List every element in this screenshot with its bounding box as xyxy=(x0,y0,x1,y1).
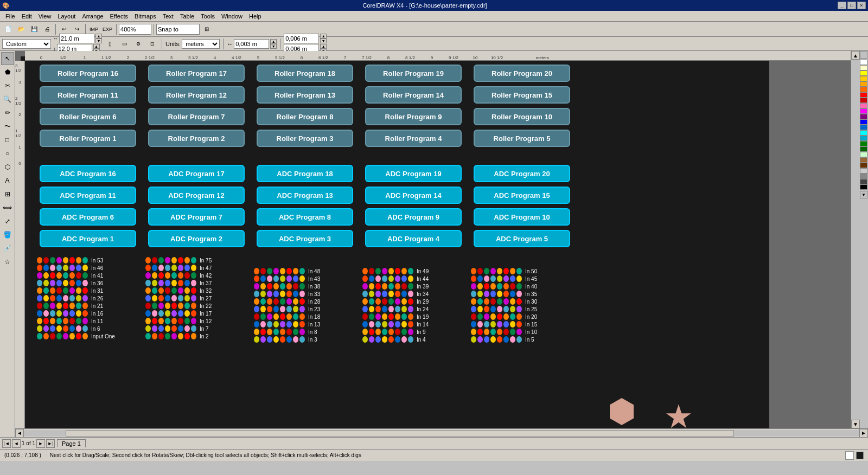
nudge3-up[interactable]: ▲ xyxy=(320,44,327,49)
new-button[interactable]: 📄 xyxy=(2,23,14,35)
export-btn[interactable]: EXP xyxy=(101,23,114,35)
adc-program-7[interactable]: ADC Program 7 xyxy=(148,208,245,226)
landscape-btn[interactable]: ▭ xyxy=(118,38,130,50)
page-1-tab[interactable]: Page 1 xyxy=(57,439,86,447)
color-green[interactable] xyxy=(860,141,867,146)
table-tool[interactable]: ⊞ xyxy=(1,188,14,201)
color-gold[interactable] xyxy=(860,76,867,81)
color-orange[interactable] xyxy=(860,81,867,87)
scroll-down-btn[interactable]: ▼ xyxy=(851,420,860,428)
next-page-btn[interactable]: ► xyxy=(36,439,45,448)
select-tool[interactable]: ↖ xyxy=(1,52,14,65)
adc-program-9[interactable]: ADC Program 9 xyxy=(365,208,462,226)
roller-program-9[interactable]: Roller Program 9 xyxy=(365,108,462,125)
height-up[interactable]: ▲ xyxy=(93,44,100,49)
close-button[interactable]: × xyxy=(857,2,866,9)
roller-program-8[interactable]: Roller Program 8 xyxy=(257,108,353,125)
width-input[interactable] xyxy=(59,34,94,43)
adc-program-13[interactable]: ADC Program 13 xyxy=(257,187,353,204)
color-teal[interactable] xyxy=(860,136,867,141)
color-brown[interactable] xyxy=(860,157,867,163)
connector-tool[interactable]: ⤢ xyxy=(1,215,14,228)
adc-program-5[interactable]: ADC Program 5 xyxy=(474,230,570,247)
roller-program-16[interactable]: Roller Program 16 xyxy=(40,65,136,82)
rect-tool[interactable]: □ xyxy=(1,133,14,146)
scroll-track[interactable] xyxy=(851,60,859,420)
snap-dropdown[interactable]: Snap to xyxy=(156,24,200,35)
color-cyan[interactable] xyxy=(860,130,867,136)
color-blue[interactable] xyxy=(860,119,867,125)
color-darkbrown[interactable] xyxy=(860,163,867,168)
menu-effects[interactable]: Effects xyxy=(107,12,131,21)
width-up[interactable]: ▲ xyxy=(95,34,102,38)
color-darkgray[interactable] xyxy=(860,179,867,184)
roller-program-17[interactable]: Roller Program 17 xyxy=(148,65,245,82)
h-scroll-track[interactable] xyxy=(24,430,859,437)
adc-program-12[interactable]: ADC Program 12 xyxy=(148,187,245,204)
adc-program-2[interactable]: ADC Program 2 xyxy=(148,230,245,247)
roller-program-20[interactable]: Roller Program 20 xyxy=(474,65,570,82)
crop-tool[interactable]: ✂ xyxy=(1,79,14,92)
snap-icon[interactable]: ⊞ xyxy=(201,23,213,35)
roller-program-6[interactable]: Roller Program 6 xyxy=(40,108,136,125)
no-color-swatch[interactable] xyxy=(860,51,867,59)
adc-program-16[interactable]: ADC Program 16 xyxy=(40,165,136,182)
fill-tool[interactable]: 🪣 xyxy=(1,228,14,241)
width-down[interactable]: ▼ xyxy=(95,38,102,43)
nudge-down[interactable]: ▼ xyxy=(270,44,277,49)
roller-program-1[interactable]: Roller Program 1 xyxy=(40,130,136,147)
menu-bitmaps[interactable]: Bitmaps xyxy=(131,12,159,21)
text-tool[interactable]: A xyxy=(1,174,14,187)
h-scroll-thumb[interactable] xyxy=(66,430,734,437)
color-purple[interactable] xyxy=(860,114,867,119)
roller-program-12[interactable]: Roller Program 12 xyxy=(148,86,245,104)
polygon-tool[interactable]: ⬡ xyxy=(1,161,14,174)
last-page-btn[interactable]: ►| xyxy=(46,439,55,448)
nudge2-input[interactable] xyxy=(284,34,319,43)
nudge2-up[interactable]: ▲ xyxy=(320,34,327,38)
color-darkorange[interactable] xyxy=(860,87,867,92)
adc-program-14[interactable]: ADC Program 14 xyxy=(365,187,462,204)
color-lightgreen[interactable] xyxy=(860,152,867,157)
page-size-dropdown[interactable]: Custom xyxy=(2,39,51,49)
menu-layout[interactable]: Layout xyxy=(54,12,79,21)
menu-edit[interactable]: Edit xyxy=(18,12,35,21)
print-button[interactable]: 🖨 xyxy=(41,23,53,35)
adc-program-19[interactable]: ADC Program 19 xyxy=(365,165,462,182)
scroll-right-btn[interactable]: ► xyxy=(859,429,868,438)
smart-draw-tool[interactable]: 〜 xyxy=(1,120,14,133)
color-white[interactable] xyxy=(860,60,867,65)
color-black[interactable] xyxy=(860,184,867,190)
bleed-btn[interactable]: ⊡ xyxy=(146,38,158,50)
color-darkred[interactable] xyxy=(860,98,867,103)
adc-program-20[interactable]: ADC Program 20 xyxy=(474,165,570,182)
color-lightyellow[interactable] xyxy=(860,65,867,70)
menu-tools[interactable]: Tools xyxy=(197,12,218,21)
shape-tool[interactable]: ⬟ xyxy=(1,66,14,79)
adc-program-10[interactable]: ADC Program 10 xyxy=(474,208,570,226)
ellipse-tool[interactable]: ○ xyxy=(1,147,14,160)
adc-program-18[interactable]: ADC Program 18 xyxy=(257,165,353,182)
adc-program-6[interactable]: ADC Program 6 xyxy=(40,208,136,226)
zoom-dropdown[interactable]: 400% xyxy=(119,24,151,35)
roller-program-13[interactable]: Roller Program 13 xyxy=(257,86,353,104)
menu-window[interactable]: Window xyxy=(218,12,246,21)
roller-program-10[interactable]: Roller Program 10 xyxy=(474,108,570,125)
freehand-tool[interactable]: ✏ xyxy=(1,106,14,119)
roller-program-2[interactable]: Roller Program 2 xyxy=(148,130,245,147)
page-settings-btn[interactable]: ⚙ xyxy=(132,38,144,50)
open-button[interactable]: 📂 xyxy=(15,23,27,35)
interactive-tool[interactable]: ☆ xyxy=(1,255,14,268)
save-button[interactable]: 💾 xyxy=(28,23,40,35)
adc-program-11[interactable]: ADC Program 11 xyxy=(40,187,136,204)
menu-table[interactable]: Table xyxy=(177,12,197,21)
menu-view[interactable]: View xyxy=(35,12,55,21)
nudge-up[interactable]: ▲ xyxy=(270,39,277,44)
nudge-input[interactable] xyxy=(234,39,269,49)
adc-program-4[interactable]: ADC Program 4 xyxy=(365,230,462,247)
portrait-btn[interactable]: ▯ xyxy=(104,38,116,50)
adc-program-3[interactable]: ADC Program 3 xyxy=(257,230,353,247)
outline-color-indicator[interactable] xyxy=(856,452,864,459)
color-medblue[interactable] xyxy=(860,125,867,130)
color-yellow[interactable] xyxy=(860,70,867,76)
